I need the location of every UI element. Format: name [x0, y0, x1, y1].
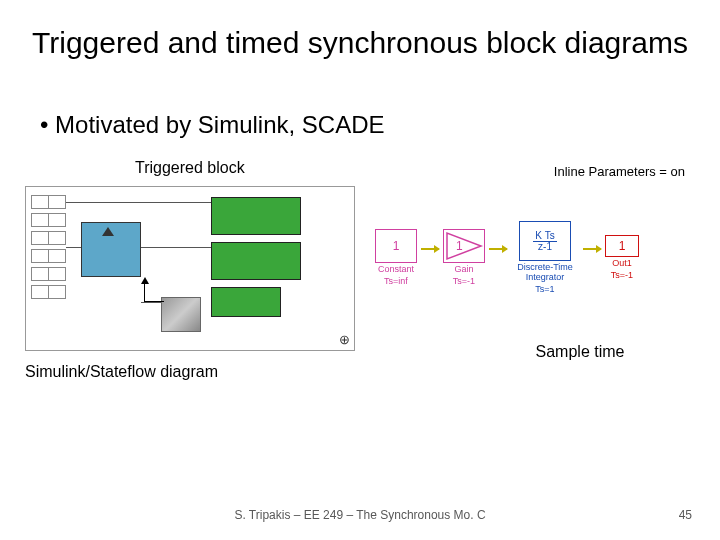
constant-block: 1 Constant Ts=inf — [375, 229, 417, 287]
constant-name: Constant — [378, 265, 414, 275]
callout-arrow — [144, 282, 164, 302]
integrator-ts: Ts=1 — [535, 285, 554, 295]
left-caption: Simulink/Stateflow diagram — [25, 363, 355, 381]
constant-ts: Ts=inf — [384, 277, 408, 287]
image-block — [161, 297, 201, 332]
simulink-stateflow-diagram: ⊕ — [25, 186, 355, 351]
gain-ts: Ts=-1 — [453, 277, 475, 287]
simulink-block-row: 1 Constant Ts=inf 1 Gain Ts=-1 K Ts — [375, 221, 695, 295]
gain-name: Gain — [454, 265, 473, 275]
out-name: Out1 — [612, 259, 632, 269]
magnify-icon: ⊕ — [339, 332, 350, 347]
gain-triangle-icon: 1 — [444, 230, 484, 262]
triggered-block-box — [81, 222, 141, 277]
triggered-block-label: Triggered block — [135, 159, 245, 177]
integrator-box: K Ts z-1 — [519, 221, 571, 261]
slide-title: Triggered and timed synchronous block di… — [0, 0, 720, 61]
left-column: Triggered block ⊕ Simulink/Stateflow dia — [25, 164, 355, 381]
right-caption: Sample time — [465, 343, 695, 361]
gain-box: 1 — [443, 229, 485, 263]
footer-text: S. Tripakis – EE 249 – The Synchronous M… — [0, 508, 720, 522]
integrator-numerator: K Ts — [533, 231, 556, 242]
page-number: 45 — [679, 508, 692, 522]
green-block-2 — [211, 242, 301, 280]
integrator-denominator: z-1 — [536, 242, 554, 252]
signal-arrow-1 — [421, 248, 439, 250]
integrator-name: Discrete-Time Integrator — [511, 263, 579, 283]
gain-block: 1 Gain Ts=-1 — [443, 229, 485, 287]
svg-text:1: 1 — [456, 239, 463, 253]
out-box: 1 — [605, 235, 639, 257]
signal-arrow-2 — [489, 248, 507, 250]
right-column: Inline Parameters = on 1 Constant Ts=inf… — [375, 164, 695, 381]
svg-marker-0 — [447, 233, 481, 259]
inline-parameters-label: Inline Parameters = on — [375, 164, 695, 179]
out-block: 1 Out1 Ts=-1 — [605, 235, 639, 281]
constant-box: 1 — [375, 229, 417, 263]
bullet-motivated: • Motivated by Simulink, SCADE — [40, 111, 720, 139]
green-block-1 — [211, 197, 301, 235]
signal-arrow-3 — [583, 248, 601, 250]
content-row: Triggered block ⊕ Simulink/Stateflow dia — [0, 164, 720, 381]
out-ts: Ts=-1 — [611, 271, 633, 281]
green-block-3 — [211, 287, 281, 317]
param-stack — [31, 195, 66, 303]
integrator-block: K Ts z-1 Discrete-Time Integrator Ts=1 — [511, 221, 579, 295]
